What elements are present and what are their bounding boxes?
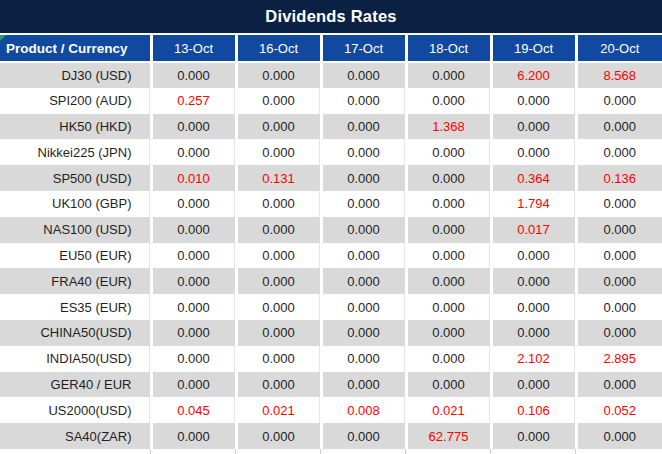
value-cell: 0.136 xyxy=(576,165,662,191)
value-cell: 0.000 xyxy=(236,243,321,269)
value-cell: 0.000 xyxy=(576,423,662,449)
header-product-currency: Product / Currency xyxy=(0,35,151,62)
value-cell: 0.131 xyxy=(236,165,321,191)
value-cell: 0.000 xyxy=(491,268,576,294)
table-row: SPI200 (AUD)0.2570.0000.0000.0000.0000.0… xyxy=(0,88,662,114)
value-cell: 0.000 xyxy=(576,268,662,294)
value-cell: 0.000 xyxy=(406,191,491,217)
dividends-rates-table: Product / Currency 13-Oct 16-Oct 17-Oct … xyxy=(0,35,662,449)
value-cell: 0.000 xyxy=(406,320,491,346)
value-cell: 0.000 xyxy=(236,139,321,165)
value-cell: 0.045 xyxy=(151,397,236,423)
value-cell: 0.000 xyxy=(406,243,491,269)
value-cell: 0.000 xyxy=(151,294,236,320)
value-cell: 0.000 xyxy=(406,346,491,372)
gridline-segment xyxy=(321,449,406,454)
value-cell: 0.000 xyxy=(576,114,662,140)
table-row: INDIA50(USD)0.0000.0000.0000.0002.1022.8… xyxy=(0,346,662,372)
value-cell: 0.000 xyxy=(406,165,491,191)
value-cell: 0.106 xyxy=(491,397,576,423)
table-row: HK50 (HKD)0.0000.0000.0001.3680.0000.000 xyxy=(0,114,662,140)
value-cell: 0.000 xyxy=(406,88,491,114)
product-cell: SP500 (USD) xyxy=(0,165,151,191)
value-cell: 0.000 xyxy=(576,139,662,165)
product-cell: Nikkei225 (JPN) xyxy=(0,139,151,165)
product-cell: NAS100 (USD) xyxy=(0,217,151,243)
value-cell: 0.000 xyxy=(491,372,576,398)
value-cell: 0.000 xyxy=(321,114,406,140)
header-date-16-oct: 16-Oct xyxy=(236,35,321,62)
value-cell: 0.000 xyxy=(321,372,406,398)
header-date-19-oct: 19-Oct xyxy=(491,35,576,62)
value-cell: 0.000 xyxy=(491,423,576,449)
value-cell: 0.000 xyxy=(151,114,236,140)
value-cell: 2.895 xyxy=(576,346,662,372)
product-cell: SPI200 (AUD) xyxy=(0,88,151,114)
table-row: GER40 / EUR0.0000.0000.0000.0000.0000.00… xyxy=(0,372,662,398)
value-cell: 0.000 xyxy=(236,346,321,372)
value-cell: 0.000 xyxy=(576,320,662,346)
value-cell: 0.000 xyxy=(321,423,406,449)
product-cell: HK50 (HKD) xyxy=(0,114,151,140)
value-cell: 0.000 xyxy=(321,320,406,346)
value-cell: 8.568 xyxy=(576,62,662,88)
table-row: FRA40 (EUR)0.0000.0000.0000.0000.0000.00… xyxy=(0,268,662,294)
value-cell: 0.000 xyxy=(406,217,491,243)
value-cell: 0.021 xyxy=(236,397,321,423)
value-cell: 0.000 xyxy=(576,372,662,398)
value-cell: 0.000 xyxy=(236,88,321,114)
table-row: DJ30 (USD)0.0000.0000.0000.0006.2008.568 xyxy=(0,62,662,88)
value-cell: 0.000 xyxy=(576,191,662,217)
header-date-18-oct: 18-Oct xyxy=(406,35,491,62)
value-cell: 0.021 xyxy=(406,397,491,423)
value-cell: 0.000 xyxy=(491,320,576,346)
value-cell: 0.052 xyxy=(576,397,662,423)
value-cell: 0.000 xyxy=(321,62,406,88)
table-row: Nikkei225 (JPN)0.0000.0000.0000.0000.000… xyxy=(0,139,662,165)
table-title: Dividends Rates xyxy=(265,7,396,26)
value-cell: 0.000 xyxy=(236,114,321,140)
value-cell: 0.000 xyxy=(321,88,406,114)
gridline-segment xyxy=(491,449,576,454)
product-cell: GER40 / EUR xyxy=(0,372,151,398)
value-cell: 0.257 xyxy=(151,88,236,114)
value-cell: 0.000 xyxy=(151,191,236,217)
value-cell: 0.000 xyxy=(236,294,321,320)
product-cell: US2000(USD) xyxy=(0,397,151,423)
value-cell: 0.000 xyxy=(406,268,491,294)
value-cell: 0.000 xyxy=(236,320,321,346)
value-cell: 0.000 xyxy=(491,139,576,165)
table-row: SP500 (USD)0.0100.1310.0000.0000.3640.13… xyxy=(0,165,662,191)
value-cell: 0.000 xyxy=(406,139,491,165)
value-cell: 0.000 xyxy=(321,217,406,243)
product-cell: DJ30 (USD) xyxy=(0,62,151,88)
table-title-bar: Dividends Rates xyxy=(0,0,662,35)
header-date-17-oct: 17-Oct xyxy=(321,35,406,62)
value-cell: 62.775 xyxy=(406,423,491,449)
table-row: ES35 (EUR)0.0000.0000.0000.0000.0000.000 xyxy=(0,294,662,320)
value-cell: 0.000 xyxy=(576,217,662,243)
value-cell: 0.000 xyxy=(151,268,236,294)
value-cell: 0.000 xyxy=(151,372,236,398)
product-cell: FRA40 (EUR) xyxy=(0,268,151,294)
value-cell: 0.000 xyxy=(151,139,236,165)
value-cell: 0.000 xyxy=(321,139,406,165)
value-cell: 0.000 xyxy=(151,423,236,449)
value-cell: 0.000 xyxy=(321,191,406,217)
value-cell: 0.000 xyxy=(406,372,491,398)
product-cell: INDIA50(USD) xyxy=(0,346,151,372)
value-cell: 0.000 xyxy=(236,191,321,217)
value-cell: 0.000 xyxy=(321,294,406,320)
value-cell: 0.000 xyxy=(151,243,236,269)
value-cell: 0.000 xyxy=(151,346,236,372)
value-cell: 0.000 xyxy=(491,294,576,320)
header-product-label: Product / Currency xyxy=(6,41,128,56)
value-cell: 6.200 xyxy=(491,62,576,88)
header-date-13-oct: 13-Oct xyxy=(151,35,236,62)
table-row: EU50 (EUR)0.0000.0000.0000.0000.0000.000 xyxy=(0,243,662,269)
table-row: US2000(USD)0.0450.0210.0080.0210.1060.05… xyxy=(0,397,662,423)
value-cell: 0.000 xyxy=(321,243,406,269)
header-row: Product / Currency 13-Oct 16-Oct 17-Oct … xyxy=(0,35,662,62)
value-cell: 0.000 xyxy=(236,423,321,449)
product-cell: ES35 (EUR) xyxy=(0,294,151,320)
